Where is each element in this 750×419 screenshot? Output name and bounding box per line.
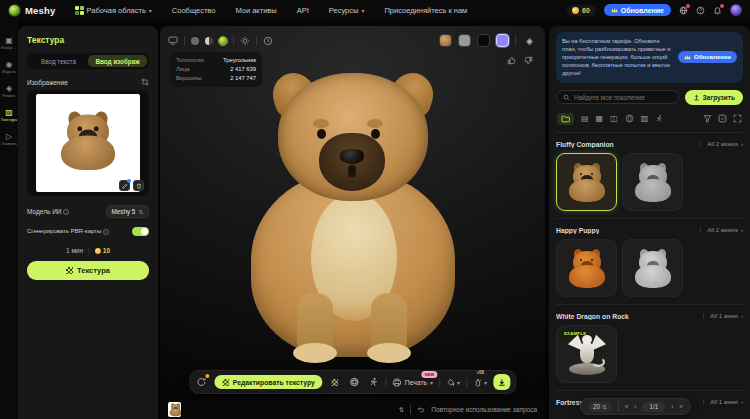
thumbs-down-icon[interactable]	[524, 56, 533, 65]
3d-viewport[interactable]: ◈ Топология Треугольник Лица 2 417 639 В…	[160, 26, 545, 400]
notice-upgrade-button[interactable]: Обновление	[678, 51, 737, 63]
reference-image-card[interactable]	[27, 90, 149, 196]
chevron-down-icon: ▾	[361, 7, 364, 14]
filter-images-button[interactable]: ▤	[581, 115, 589, 123]
reuse-prompt-label[interactable]: Повторное использование запроса	[431, 406, 537, 413]
prev-page-button[interactable]: ‹	[634, 403, 636, 410]
nav-join-us[interactable]: Присоединяйтесь к нам	[379, 3, 472, 18]
folder-icon	[561, 115, 570, 123]
runner-icon	[368, 377, 378, 387]
history-clock-icon[interactable]	[263, 36, 273, 46]
nav-workspace[interactable]: Рабочая область ▾	[70, 3, 157, 18]
thumbs-up-icon[interactable]	[507, 56, 516, 65]
upload-button[interactable]: Загрузить	[685, 90, 743, 105]
3d-model-puppy[interactable]	[245, 67, 461, 367]
filter-animations-button[interactable]	[655, 114, 663, 123]
sun-icon[interactable]	[240, 36, 250, 46]
remesh-tool-button[interactable]	[348, 376, 361, 389]
download-icon	[497, 378, 506, 387]
notifications-button[interactable]	[713, 6, 722, 15]
asset-thumb-fluffy-gray[interactable]	[622, 153, 683, 211]
search-upload-row: Загрузить	[556, 90, 743, 105]
per-page-select[interactable]: 20 ⇅	[588, 402, 612, 412]
rail-item-remix[interactable]: ◈ Ремикс	[0, 82, 18, 101]
collapse-icon[interactable]: ⇅	[399, 406, 404, 414]
search-input[interactable]	[574, 94, 672, 101]
chevron-down-icon: ▾	[149, 7, 152, 14]
next-page-button[interactable]: ›	[671, 403, 673, 410]
asset-thumb-happy-silver[interactable]	[622, 239, 683, 297]
rail-item-texture[interactable]: ▨ Текстура	[0, 106, 18, 125]
asset-thumb-white-dragon[interactable]: EXAMPLE	[556, 325, 617, 383]
wireframe-toggle[interactable]: ◈	[522, 33, 537, 48]
all-assets-link[interactable]: All 1 asset›	[703, 399, 743, 405]
texture-settings-panel: Текстура Ввод текста Ввод изображ Изобра…	[18, 26, 158, 419]
panel-title: Текстура	[27, 35, 149, 45]
tab-text-input[interactable]: Ввод текста	[29, 55, 88, 67]
notification-dot	[127, 179, 131, 183]
asset-thumb-fluffy-textured[interactable]	[556, 153, 617, 211]
crop-icon[interactable]	[141, 78, 149, 86]
pbr-toggle[interactable]	[132, 227, 149, 236]
language-globe-button[interactable]	[679, 6, 688, 15]
texture-tool-button[interactable]	[329, 376, 342, 389]
search-box[interactable]	[556, 90, 679, 104]
select-mode-icon[interactable]	[718, 114, 727, 123]
filter-all-button[interactable]: ▦	[596, 115, 604, 123]
swatch-black[interactable]	[477, 34, 490, 47]
nav-api[interactable]: API	[292, 3, 314, 18]
all-assets-link[interactable]: All 2 assets›	[700, 227, 743, 233]
all-assets-link[interactable]: All 1 asset›	[703, 313, 743, 319]
last-page-button[interactable]: »	[679, 403, 683, 410]
rail-item-animate[interactable]: ▷ Оживить	[0, 130, 18, 149]
edit-texture-button[interactable]: Редактировать текстуру	[214, 375, 323, 389]
generate-texture-button[interactable]: Текстура	[27, 261, 149, 280]
notice-text: Вы на бесплатном тарифе. Обновите план, …	[562, 37, 672, 78]
filter-folders-button[interactable]	[557, 113, 574, 125]
chevron-right-icon: ›	[741, 227, 743, 233]
sort-filter-icon[interactable]	[703, 114, 712, 123]
print-menu-button[interactable]: NEW Печать ▾	[393, 378, 433, 387]
swatch-gray[interactable]	[458, 34, 471, 47]
filter-models-button[interactable]	[625, 114, 634, 123]
asset-section-header: Happy Puppy All 2 assets›	[556, 227, 743, 234]
dragon-thumbnail	[565, 331, 609, 377]
printer-icon	[393, 378, 402, 387]
top-bar: Meshy Рабочая область ▾ Сообщество Мои а…	[0, 0, 750, 20]
prompt-image-thumb[interactable]	[168, 402, 181, 417]
swatch-textured[interactable]	[439, 34, 452, 47]
filter-saved-button[interactable]: ◫	[610, 115, 618, 123]
all-assets-link[interactable]: All 2 assets›	[700, 141, 743, 147]
rail-item-model[interactable]: ◉ Модель	[0, 58, 18, 77]
ai-model-select[interactable]: Meshy 5 ⇅	[106, 205, 149, 218]
view-controls	[703, 114, 742, 123]
retexture-history-button[interactable]	[195, 376, 208, 389]
monitor-icon[interactable]	[168, 36, 178, 45]
bonus-paint-menu-button[interactable]: +50 ▾	[473, 376, 487, 389]
user-avatar[interactable]	[730, 4, 742, 16]
nav-resources[interactable]: Ресурсы ▾	[324, 3, 370, 18]
image-icon: ▣	[5, 37, 13, 45]
nav-community[interactable]: Сообщество	[167, 3, 221, 18]
delete-image-button[interactable]	[133, 180, 144, 191]
upgrade-button[interactable]: Обновление	[604, 4, 671, 16]
page-indicator: 1/1	[642, 402, 665, 412]
credits-balance[interactable]: 60	[566, 5, 596, 16]
animate-tool-button[interactable]	[367, 376, 380, 389]
paint-menu-button[interactable]: ▾	[446, 376, 460, 389]
help-button[interactable]	[696, 6, 705, 15]
tab-image-input[interactable]: Ввод изображ	[88, 55, 147, 67]
meshy-logo[interactable]: Meshy	[8, 4, 56, 17]
expand-icon[interactable]	[733, 114, 742, 123]
shading-textured-button[interactable]	[219, 37, 227, 45]
edit-image-button[interactable]	[119, 180, 130, 191]
shading-solid-button[interactable]	[191, 37, 199, 45]
nav-my-assets[interactable]: Мои активы	[230, 3, 281, 18]
rail-item-image[interactable]: ▣ Изображение	[0, 34, 18, 53]
filter-textures-button[interactable]: ▨	[641, 115, 649, 123]
first-page-button[interactable]: «	[625, 403, 629, 410]
shading-matcap-button[interactable]	[205, 37, 213, 45]
download-button[interactable]	[493, 374, 510, 390]
asset-thumb-happy-orange[interactable]	[556, 239, 617, 297]
swatch-purple-selected[interactable]	[496, 34, 509, 47]
